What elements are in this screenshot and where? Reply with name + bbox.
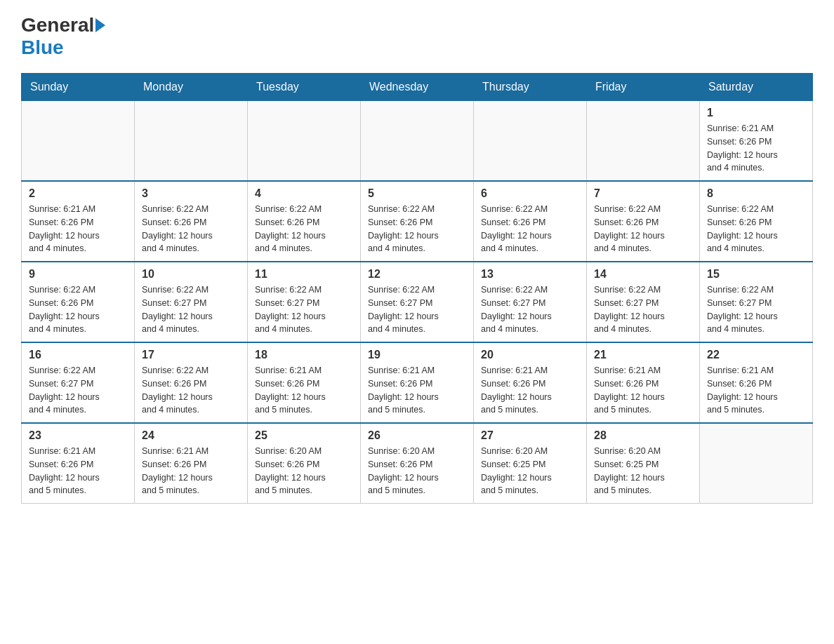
day-info: Sunrise: 6:21 AMSunset: 6:26 PMDaylight:… [255,364,353,417]
calendar-cell: 5Sunrise: 6:22 AMSunset: 6:26 PMDaylight… [361,181,474,262]
week-row-5: 23Sunrise: 6:21 AMSunset: 6:26 PMDayligh… [22,423,813,504]
day-info: Sunrise: 6:22 AMSunset: 6:27 PMDaylight:… [255,283,353,336]
day-info: Sunrise: 6:22 AMSunset: 6:26 PMDaylight:… [368,203,466,255]
day-number: 9 [29,268,127,281]
calendar-cell [361,101,474,182]
day-info: Sunrise: 6:22 AMSunset: 6:26 PMDaylight:… [481,203,579,255]
day-number: 11 [255,268,353,281]
calendar-cell: 22Sunrise: 6:21 AMSunset: 6:26 PMDayligh… [700,342,813,423]
day-number: 13 [481,268,579,281]
day-number: 14 [594,268,692,281]
calendar-table: SundayMondayTuesdayWednesdayThursdayFrid… [21,73,813,504]
day-number: 21 [594,349,692,361]
day-info: Sunrise: 6:22 AMSunset: 6:26 PMDaylight:… [142,364,240,417]
calendar-cell: 3Sunrise: 6:22 AMSunset: 6:26 PMDaylight… [135,181,248,262]
calendar-cell: 21Sunrise: 6:21 AMSunset: 6:26 PMDayligh… [587,342,700,423]
calendar-cell: 4Sunrise: 6:22 AMSunset: 6:26 PMDaylight… [248,181,361,262]
column-header-friday: Friday [587,74,700,101]
week-row-4: 16Sunrise: 6:22 AMSunset: 6:27 PMDayligh… [22,342,813,423]
logo-blue-text: Blue [21,36,64,59]
week-row-1: 1Sunrise: 6:21 AMSunset: 6:26 PMDaylight… [22,101,813,182]
day-info: Sunrise: 6:21 AMSunset: 6:26 PMDaylight:… [29,445,127,497]
day-info: Sunrise: 6:21 AMSunset: 6:26 PMDaylight:… [142,445,240,497]
calendar-cell: 24Sunrise: 6:21 AMSunset: 6:26 PMDayligh… [135,423,248,504]
calendar-cell: 12Sunrise: 6:22 AMSunset: 6:27 PMDayligh… [361,262,474,342]
day-info: Sunrise: 6:21 AMSunset: 6:26 PMDaylight:… [594,364,692,417]
day-info: Sunrise: 6:22 AMSunset: 6:26 PMDaylight:… [142,203,240,255]
calendar-cell: 18Sunrise: 6:21 AMSunset: 6:26 PMDayligh… [248,342,361,423]
column-header-tuesday: Tuesday [248,74,361,101]
calendar-cell: 26Sunrise: 6:20 AMSunset: 6:26 PMDayligh… [361,423,474,504]
calendar-cell: 17Sunrise: 6:22 AMSunset: 6:26 PMDayligh… [135,342,248,423]
day-number: 23 [29,429,127,442]
calendar-cell: 6Sunrise: 6:22 AMSunset: 6:26 PMDaylight… [474,181,587,262]
calendar-cell: 2Sunrise: 6:21 AMSunset: 6:26 PMDaylight… [22,181,135,262]
day-info: Sunrise: 6:20 AMSunset: 6:25 PMDaylight:… [594,445,692,497]
calendar-cell: 11Sunrise: 6:22 AMSunset: 6:27 PMDayligh… [248,262,361,342]
calendar-cell: 1Sunrise: 6:21 AMSunset: 6:26 PMDaylight… [700,101,813,182]
day-number: 26 [368,429,466,442]
day-number: 16 [29,349,127,361]
calendar-cell: 28Sunrise: 6:20 AMSunset: 6:25 PMDayligh… [587,423,700,504]
column-header-wednesday: Wednesday [361,74,474,101]
day-number: 3 [142,187,240,200]
day-number: 7 [594,187,692,200]
column-header-sunday: Sunday [22,74,135,101]
week-row-2: 2Sunrise: 6:21 AMSunset: 6:26 PMDaylight… [22,181,813,262]
day-info: Sunrise: 6:22 AMSunset: 6:26 PMDaylight:… [255,203,353,255]
day-number: 15 [707,268,805,281]
day-number: 19 [368,349,466,361]
calendar-cell [700,423,813,504]
calendar-cell: 9Sunrise: 6:22 AMSunset: 6:26 PMDaylight… [22,262,135,342]
day-info: Sunrise: 6:22 AMSunset: 6:26 PMDaylight:… [29,283,127,336]
calendar-cell [22,101,135,182]
day-info: Sunrise: 6:22 AMSunset: 6:27 PMDaylight:… [29,364,127,417]
page-header: General Blue [21,14,813,59]
day-number: 12 [368,268,466,281]
day-info: Sunrise: 6:22 AMSunset: 6:27 PMDaylight:… [594,283,692,336]
day-number: 6 [481,187,579,200]
calendar-cell: 13Sunrise: 6:22 AMSunset: 6:27 PMDayligh… [474,262,587,342]
calendar-cell: 14Sunrise: 6:22 AMSunset: 6:27 PMDayligh… [587,262,700,342]
calendar-cell: 15Sunrise: 6:22 AMSunset: 6:27 PMDayligh… [700,262,813,342]
day-number: 5 [368,187,466,200]
calendar-cell [135,101,248,182]
day-info: Sunrise: 6:22 AMSunset: 6:26 PMDaylight:… [707,203,805,255]
day-number: 28 [594,429,692,442]
day-number: 4 [255,187,353,200]
day-info: Sunrise: 6:22 AMSunset: 6:27 PMDaylight:… [368,283,466,336]
calendar-cell [474,101,587,182]
day-number: 18 [255,349,353,361]
calendar-cell: 20Sunrise: 6:21 AMSunset: 6:26 PMDayligh… [474,342,587,423]
calendar-cell: 8Sunrise: 6:22 AMSunset: 6:26 PMDaylight… [700,181,813,262]
day-number: 20 [481,349,579,361]
calendar-cell: 23Sunrise: 6:21 AMSunset: 6:26 PMDayligh… [22,423,135,504]
day-info: Sunrise: 6:22 AMSunset: 6:27 PMDaylight:… [707,283,805,336]
calendar-cell [587,101,700,182]
day-number: 2 [29,187,127,200]
day-number: 17 [142,349,240,361]
day-info: Sunrise: 6:20 AMSunset: 6:26 PMDaylight:… [368,445,466,497]
day-info: Sunrise: 6:21 AMSunset: 6:26 PMDaylight:… [368,364,466,417]
logo-arrow-icon [95,18,105,32]
logo: General Blue [21,14,107,59]
day-info: Sunrise: 6:22 AMSunset: 6:26 PMDaylight:… [594,203,692,255]
day-number: 22 [707,349,805,361]
calendar-cell: 27Sunrise: 6:20 AMSunset: 6:25 PMDayligh… [474,423,587,504]
column-header-monday: Monday [135,74,248,101]
calendar-cell: 25Sunrise: 6:20 AMSunset: 6:26 PMDayligh… [248,423,361,504]
day-number: 25 [255,429,353,442]
day-number: 1 [707,107,805,119]
day-number: 10 [142,268,240,281]
column-header-thursday: Thursday [474,74,587,101]
calendar-header-row: SundayMondayTuesdayWednesdayThursdayFrid… [22,74,813,101]
day-info: Sunrise: 6:21 AMSunset: 6:26 PMDaylight:… [481,364,579,417]
day-number: 24 [142,429,240,442]
calendar-cell [248,101,361,182]
day-info: Sunrise: 6:22 AMSunset: 6:27 PMDaylight:… [481,283,579,336]
column-header-saturday: Saturday [700,74,813,101]
day-info: Sunrise: 6:21 AMSunset: 6:26 PMDaylight:… [707,364,805,417]
week-row-3: 9Sunrise: 6:22 AMSunset: 6:26 PMDaylight… [22,262,813,342]
day-info: Sunrise: 6:22 AMSunset: 6:27 PMDaylight:… [142,283,240,336]
day-info: Sunrise: 6:21 AMSunset: 6:26 PMDaylight:… [707,122,805,175]
